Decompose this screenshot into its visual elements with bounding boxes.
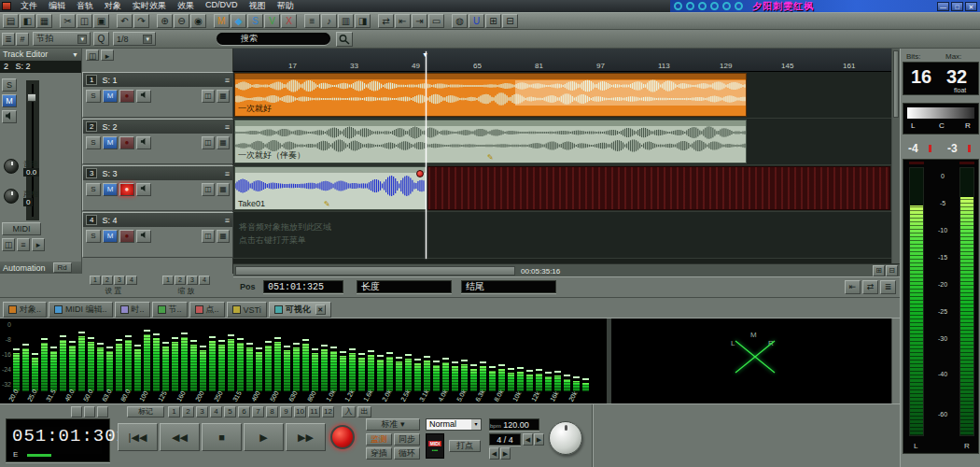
panel-icon[interactable]: ◫ [2,238,15,251]
midi-icon[interactable]: ♪ [321,14,337,28]
zoom-number-button[interactable]: 3 [187,276,198,285]
marker-button[interactable]: 3 [196,406,208,417]
go-start-icon[interactable]: ⇤ [395,14,411,28]
track-lane[interactable]: 将音频对象拖放到此区域 点击右键打开菜单 [233,212,891,259]
solo-mode-button[interactable]: S [247,14,263,28]
solo-button[interactable]: S [86,136,101,149]
track-settings-button[interactable]: ▦ [217,136,230,149]
docked-tab[interactable]: 时.. [115,302,150,318]
standard-dropdown[interactable]: 标准 ▾ [366,418,420,431]
track-fx-button[interactable]: ◫ [202,183,215,196]
diamond-icon[interactable]: ◆ [231,14,246,28]
horizontal-scrollbar[interactable]: 00:05:35:16 ⊞ ⊟ [233,263,900,276]
track-title-bar[interactable]: 3S: 3≡ [83,166,232,180]
menu-item[interactable]: CD/DVD [200,0,244,12]
marker-button[interactable]: 8 [266,406,278,417]
recorded-take-clip[interactable]: Take01 ✎ [234,166,427,210]
midi-button[interactable]: MIDI [2,222,41,235]
sig-next-button[interactable]: ▶ [534,433,544,446]
search-input[interactable]: 搜索 [217,33,330,45]
grid-plus-icon[interactable]: ⊞ [485,14,501,28]
menu-item[interactable]: 帮助 [272,0,300,12]
grid-minus-icon[interactable]: ⊟ [502,14,518,28]
play-mini-icon[interactable]: ▸ [101,50,114,61]
bpm-readout[interactable]: bpm 120.00 [489,418,539,431]
monitor-speaker-button[interactable] [2,110,17,123]
track-header[interactable]: 3S: 3≡SM●◫▦ [82,165,233,211]
docked-tab[interactable]: MIDI 编辑.. [49,302,113,318]
copy-icon[interactable]: ◫ [77,14,92,28]
crossfade-button[interactable]: X [281,14,297,28]
search-icon[interactable] [336,32,353,47]
scrollbar-handle[interactable] [235,266,515,276]
record-arm-button[interactable]: ● [119,183,134,196]
track-header[interactable]: 2S: 2≡SM●◫▦ [82,119,233,164]
menu-item[interactable]: 视图 [244,0,272,12]
track-header[interactable]: 1S: 1≡SM●◫▦ [82,72,233,118]
save-icon[interactable]: ▦ [36,14,52,28]
zoom-out-icon[interactable]: ⊖ [174,14,189,28]
paste-icon[interactable]: ▣ [93,14,109,28]
playhead[interactable] [426,51,427,259]
track-title-bar[interactable]: 2S: 2≡ [83,120,232,134]
timeline-ruler[interactable]: 173349658197113129145161 ▼ [233,49,891,72]
beat-dropdown[interactable]: 节拍 ▾ [33,32,91,46]
menu-item[interactable]: 对象 [99,0,127,12]
mute-button[interactable]: M [103,183,118,196]
list-icon[interactable]: ≡ [17,238,30,251]
marker-button[interactable]: 6 [238,406,250,417]
mute-button[interactable]: M [103,136,118,149]
mute-button[interactable]: M [2,94,17,107]
arrangement-area[interactable]: 173349658197113129145161 ▼ 一次就好 一次就好（伴奏）… [233,49,891,263]
solo-button[interactable]: S [2,78,17,92]
edit-pencil-icon[interactable]: ✎ [324,200,330,208]
audio-clip[interactable]: 一次就好（伴奏） ✎ [234,120,747,163]
go-end-icon[interactable]: ⇥ [412,14,427,28]
update-icon[interactable]: U [469,14,484,28]
docked-tab[interactable]: 点.. [189,302,225,318]
mode-dropdown[interactable]: Normal▾ [426,418,482,431]
marker-button[interactable]: 9 [280,406,292,417]
panel-mini-icon[interactable]: ◫ [86,50,99,61]
go-start-button[interactable]: |◀◀ [118,423,158,451]
length-readout[interactable]: 长度 [357,280,452,293]
minimize-button[interactable]: — [937,2,949,11]
list-icon[interactable]: ≡ [304,14,320,28]
monitor-speaker-button[interactable] [136,183,151,196]
close-button[interactable]: ✕ [965,2,977,11]
locate-icon[interactable]: ◉ [190,14,206,28]
track-settings-button[interactable]: ▦ [217,90,230,103]
list-mini-icon[interactable]: ≣ [2,33,15,46]
monitor-speaker-button[interactable] [136,230,151,243]
track-fx-button[interactable]: ◫ [202,90,215,103]
track-menu-icon[interactable]: ≡ [225,122,230,132]
track-fx-button[interactable]: ◫ [202,230,215,243]
setup-number-button[interactable]: 1 [90,276,101,285]
solo-button[interactable]: S [86,230,101,243]
loop-button[interactable]: 循环 [394,447,420,460]
marker-button[interactable]: 4 [210,406,222,417]
volume-mode-button[interactable]: V [264,14,280,28]
marker-label-button[interactable]: 标记 [127,406,164,417]
marker-button[interactable]: 2 [182,406,194,417]
loop-range-icon[interactable]: ⇤ [845,280,861,294]
record-button[interactable] [330,425,355,449]
new-icon[interactable]: ▤ [3,14,19,28]
mute-button[interactable]: M [103,90,118,103]
monitor-volume-knob[interactable] [549,421,582,455]
zoom-in-icon[interactable]: ⊕ [157,14,173,28]
track-lane[interactable]: 一次就好 [233,72,891,119]
record-arm-button[interactable]: ● [119,230,134,243]
stop-button[interactable]: ■ [202,423,242,451]
tap-tempo-button[interactable]: 打点 [449,440,481,452]
mute-button[interactable]: M [103,230,118,243]
punch-in-button[interactable]: 入 [342,406,356,417]
play-small-icon[interactable]: ▸ [32,238,45,251]
swap-icon[interactable]: ⇄ [378,14,394,28]
maximize-button[interactable]: □ [951,2,963,11]
volume-knob[interactable] [4,159,19,174]
docked-tab[interactable]: VSTi [227,302,267,318]
marker-button[interactable]: 10 [294,406,306,417]
midi-activity-button[interactable]: MIDI••• [426,433,444,459]
mute-mode-button[interactable]: M [214,14,230,28]
